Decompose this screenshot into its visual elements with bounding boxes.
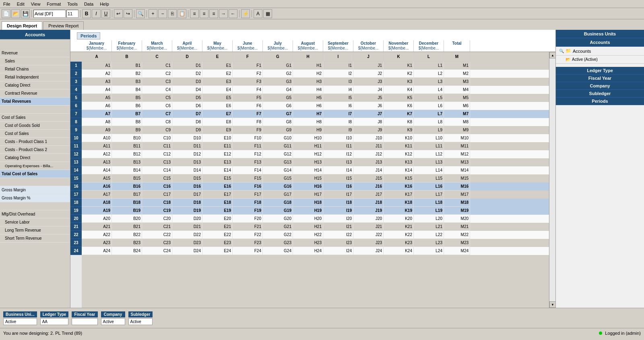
cell-L1[interactable]: L1: [414, 62, 444, 70]
text-a-button[interactable]: A: [254, 9, 262, 18]
cell-M19[interactable]: M19: [444, 207, 470, 215]
cell-L18[interactable]: L18: [414, 199, 444, 207]
cell-J20[interactable]: J20: [353, 215, 384, 223]
cell-C13[interactable]: C13: [142, 158, 172, 166]
cell-I12[interactable]: I12: [323, 150, 353, 158]
cell-H14[interactable]: H14: [293, 166, 323, 174]
cell-A17[interactable]: A17: [82, 191, 112, 199]
cell-K6[interactable]: K6: [384, 102, 414, 110]
cell-L21[interactable]: L21: [414, 223, 444, 231]
cell-C24[interactable]: C24: [142, 247, 172, 255]
align-right-button[interactable]: ≡: [209, 9, 218, 18]
cell-L2[interactable]: L2: [414, 70, 444, 78]
cell-A4[interactable]: A4: [82, 86, 112, 94]
cell-D21[interactable]: D21: [172, 223, 202, 231]
cell-C8[interactable]: C8: [142, 118, 172, 126]
cell-K15[interactable]: K15: [384, 174, 414, 182]
cell-A23[interactable]: A23: [82, 239, 112, 247]
cell-L16[interactable]: L16: [414, 182, 444, 191]
menu-tools[interactable]: Tools: [64, 1, 81, 7]
redo-button[interactable]: ↪: [124, 9, 132, 18]
cell-G21[interactable]: G21: [263, 223, 293, 231]
cell-D7[interactable]: D7: [172, 110, 202, 118]
cell-F13[interactable]: F13: [233, 158, 263, 166]
filter-value-subledger[interactable]: Active: [128, 318, 153, 325]
cell-K19[interactable]: K19: [384, 207, 414, 215]
cell-K18[interactable]: K18: [384, 199, 414, 207]
cell-H24[interactable]: H24: [293, 247, 323, 255]
cell-E18[interactable]: E18: [202, 199, 233, 207]
cell-H19[interactable]: H19: [293, 207, 323, 215]
cell-G14[interactable]: G14: [263, 166, 293, 174]
cell-I17[interactable]: I17: [323, 191, 353, 199]
cell-M6[interactable]: M6: [444, 102, 470, 110]
cell-A6[interactable]: A6: [82, 102, 112, 110]
menu-data[interactable]: Data: [81, 1, 97, 7]
cell-E17[interactable]: E17: [202, 191, 233, 199]
copy-button[interactable]: ⎘: [168, 9, 177, 18]
cell-G22[interactable]: G22: [263, 231, 293, 239]
cell-E11[interactable]: E11: [202, 142, 233, 150]
cell-G6[interactable]: G6: [263, 102, 293, 110]
cell-L11[interactable]: L11: [414, 142, 444, 150]
cell-B23[interactable]: B23: [112, 239, 142, 247]
cell-D12[interactable]: D12: [172, 150, 202, 158]
cell-D14[interactable]: D14: [172, 166, 202, 174]
cell-M14[interactable]: M14: [444, 166, 470, 174]
cell-I24[interactable]: I24: [323, 247, 353, 255]
cell-J12[interactable]: J12: [353, 150, 384, 158]
cell-E12[interactable]: E12: [202, 150, 233, 158]
cell-J21[interactable]: J21: [353, 223, 384, 231]
cell-I22[interactable]: I22: [323, 231, 353, 239]
cell-H6[interactable]: H6: [293, 102, 323, 110]
cell-L17[interactable]: L17: [414, 191, 444, 199]
cell-J11[interactable]: J11: [353, 142, 384, 150]
cell-H22[interactable]: H22: [293, 231, 323, 239]
tab-preview-report[interactable]: Preview Report: [43, 21, 84, 30]
filter-value-company[interactable]: Active: [101, 318, 125, 325]
cell-F11[interactable]: F11: [233, 142, 263, 150]
cell-I20[interactable]: I20: [323, 215, 353, 223]
cell-D11[interactable]: D11: [172, 142, 202, 150]
cell-C4[interactable]: C4: [142, 86, 172, 94]
cell-E4[interactable]: E4: [202, 86, 233, 94]
cell-D15[interactable]: D15: [172, 174, 202, 182]
cell-D6[interactable]: D6: [172, 102, 202, 110]
cell-F14[interactable]: F14: [233, 166, 263, 174]
cell-G9[interactable]: G9: [263, 126, 293, 134]
cell-B10[interactable]: B10: [112, 134, 142, 142]
cell-I23[interactable]: I23: [323, 239, 353, 247]
cell-D5[interactable]: D5: [172, 94, 202, 102]
filter-subledger[interactable]: Subledger: [556, 90, 644, 97]
cell-F12[interactable]: F12: [233, 150, 263, 158]
cell-G15[interactable]: G15: [263, 174, 293, 182]
cell-G24[interactable]: G24: [263, 247, 293, 255]
cell-K21[interactable]: K21: [384, 223, 414, 231]
cell-M15[interactable]: M15: [444, 174, 470, 182]
cell-C6[interactable]: C6: [142, 102, 172, 110]
cell-B4[interactable]: B4: [112, 86, 142, 94]
indent-button[interactable]: →: [219, 9, 228, 18]
cell-F10[interactable]: F10: [233, 134, 263, 142]
cell-M12[interactable]: M12: [444, 150, 470, 158]
cell-G8[interactable]: G8: [263, 118, 293, 126]
underline-button[interactable]: U: [101, 9, 110, 18]
vertical-scrollbar[interactable]: ▲ ▼: [549, 52, 555, 308]
cell-H9[interactable]: H9: [293, 126, 323, 134]
cell-F4[interactable]: F4: [233, 86, 263, 94]
save-button[interactable]: 💾: [21, 9, 30, 18]
cell-B16[interactable]: B16: [112, 182, 142, 191]
cell-B5[interactable]: B5: [112, 94, 142, 102]
cell-L8[interactable]: L8: [414, 118, 444, 126]
cell-B1[interactable]: B1: [112, 62, 142, 70]
cell-F3[interactable]: F3: [233, 78, 263, 86]
cell-E10[interactable]: E10: [202, 134, 233, 142]
cell-J19[interactable]: J19: [353, 207, 384, 215]
cell-B11[interactable]: B11: [112, 142, 142, 150]
cell-E9[interactable]: E9: [202, 126, 233, 134]
find-button[interactable]: 🔍: [136, 9, 145, 18]
cell-A11[interactable]: A11: [82, 142, 112, 150]
cell-H20[interactable]: H20: [293, 215, 323, 223]
cell-A18[interactable]: A18: [82, 199, 112, 207]
cell-M13[interactable]: M13: [444, 158, 470, 166]
